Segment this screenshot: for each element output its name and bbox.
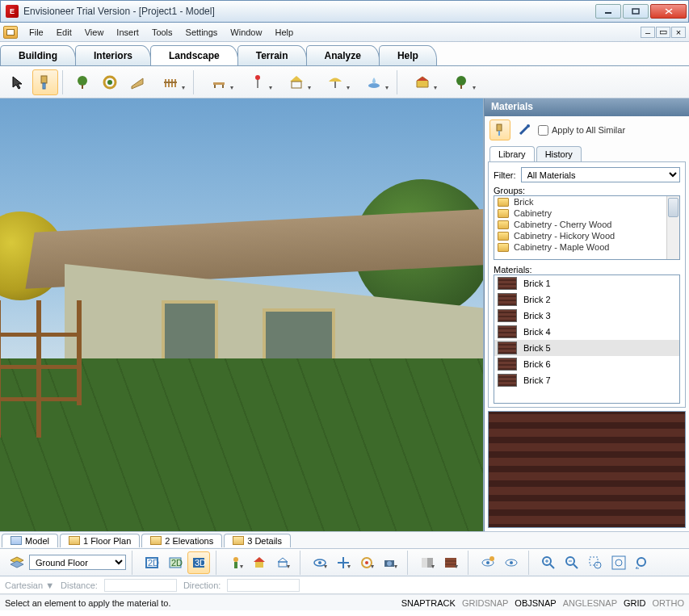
folder-icon — [498, 232, 509, 241]
window-maximize-button[interactable] — [623, 4, 649, 19]
svg-rect-23 — [292, 82, 301, 88]
umbrella-tool[interactable] — [317, 69, 354, 95]
view-3d-button[interactable]: 3D — [187, 551, 210, 574]
svg-rect-73 — [612, 556, 625, 569]
direction-field[interactable] — [227, 579, 300, 592]
status-toggle-grid[interactable]: GRID — [624, 598, 646, 608]
material-item[interactable]: Brick 3 — [494, 308, 679, 324]
status-toggle-objsnap[interactable]: OBJSNAP — [515, 598, 556, 608]
eyedropper-mode-button[interactable] — [514, 119, 535, 140]
mdi-close-button[interactable]: × — [671, 27, 686, 38]
scrollbar[interactable] — [666, 196, 679, 259]
zoom-previous-button[interactable] — [631, 551, 653, 574]
group-item[interactable]: Cabinetry — [494, 207, 679, 219]
view-2d-button[interactable]: 2D — [141, 551, 163, 574]
material-item[interactable]: Brick 5 — [494, 340, 679, 356]
material-item[interactable]: Brick 2 — [494, 291, 679, 308]
group-item[interactable]: Cabinetry - Cherry Wood — [494, 219, 679, 230]
viewport-3d[interactable] — [0, 98, 484, 531]
light-pole-tool[interactable] — [239, 69, 276, 95]
materials-tab-history[interactable]: History — [536, 146, 582, 161]
pan-button[interactable] — [332, 551, 355, 574]
view-tab-1-floor-plan[interactable]: 1 Floor Plan — [60, 534, 140, 547]
material-item[interactable]: Brick 7 — [494, 372, 679, 388]
view-tab-3-details[interactable]: 3 Details — [224, 534, 291, 547]
ribbon-tab-landscape[interactable]: Landscape — [150, 45, 238, 65]
paint-material-tool[interactable] — [32, 69, 58, 95]
material-item[interactable]: Brick 1 — [494, 275, 679, 291]
view-2d-color-button[interactable]: 2D — [164, 551, 187, 574]
distance-field[interactable] — [104, 579, 177, 592]
target-button[interactable] — [355, 551, 378, 574]
menu-edit[interactable]: Edit — [50, 25, 78, 40]
svg-point-53 — [387, 561, 392, 566]
ribbon-tab-building[interactable]: Building — [0, 45, 76, 65]
visibility-button[interactable] — [500, 551, 523, 574]
home-view-button[interactable] — [248, 551, 271, 574]
status-toggle-gridsnap[interactable]: GRIDSNAP — [462, 598, 508, 608]
menu-settings[interactable]: Settings — [179, 25, 225, 40]
elevation-view-button[interactable] — [271, 551, 294, 574]
status-toggle-ortho[interactable]: ORTHO — [652, 598, 684, 608]
menu-file[interactable]: File — [23, 25, 50, 40]
group-item[interactable]: Brick — [494, 196, 679, 207]
groups-listbox[interactable]: BrickCabinetryCabinetry - Cherry WoodCab… — [494, 195, 680, 260]
shading-button[interactable] — [416, 551, 439, 574]
materials-tab-library[interactable]: Library — [489, 146, 535, 161]
tree-library-tool[interactable] — [443, 69, 480, 95]
ribbon-tab-help[interactable]: Help — [379, 45, 437, 65]
svg-point-42 — [233, 557, 238, 562]
mdi-minimize-button[interactable]: – — [641, 27, 655, 38]
svg-rect-8 — [82, 85, 83, 89]
material-item[interactable]: Brick 6 — [494, 356, 679, 372]
zoom-out-button[interactable] — [561, 551, 583, 574]
filter-label: Filter: — [494, 170, 516, 180]
zoom-extents-button[interactable] — [607, 551, 630, 574]
menu-view[interactable]: View — [78, 25, 111, 40]
visibility-settings-button[interactable] — [477, 551, 499, 574]
ribbon-tab-interiors[interactable]: Interiors — [75, 45, 151, 65]
menu-window[interactable]: Window — [224, 25, 268, 40]
shed-tool[interactable] — [404, 69, 441, 95]
window-minimize-button[interactable] — [595, 4, 621, 19]
view-tab-2-elevations[interactable]: 2 Elevations — [141, 534, 222, 547]
fence-tool[interactable] — [152, 69, 189, 95]
apply-similar-checkbox[interactable]: Apply to All Similar — [538, 125, 625, 136]
path-tool[interactable] — [124, 69, 150, 95]
floor-select[interactable]: Ground Floor — [29, 555, 126, 570]
scrollbar[interactable] — [494, 388, 679, 404]
bench-tool[interactable] — [200, 69, 237, 95]
layers-button[interactable] — [6, 551, 28, 574]
orbit-button[interactable] — [309, 551, 331, 574]
ribbon-tab-analyze[interactable]: Analyze — [306, 45, 380, 65]
walkthrough-button[interactable] — [225, 551, 247, 574]
menu-help[interactable]: Help — [268, 25, 300, 40]
pointer-tool[interactable] — [5, 69, 31, 95]
paintbrush-mode-button[interactable] — [489, 119, 510, 140]
svg-rect-17 — [213, 82, 225, 85]
materials-listbox[interactable]: Brick 1Brick 2Brick 3Brick 4Brick 5Brick… — [494, 274, 680, 404]
mdi-restore-button[interactable]: ▭ — [656, 27, 670, 38]
window-close-button[interactable] — [650, 4, 687, 19]
status-toggle-anglesnap[interactable]: ANGLESNAP — [563, 598, 617, 608]
camera-button[interactable] — [379, 551, 401, 574]
menu-tools[interactable]: Tools — [145, 25, 179, 40]
view-tab-model[interactable]: Model — [2, 534, 58, 547]
gazebo-tool[interactable] — [278, 69, 315, 95]
zoom-window-button[interactable] — [584, 551, 607, 574]
tree-tool[interactable] — [69, 69, 95, 95]
texture-button[interactable] — [439, 551, 462, 574]
svg-rect-30 — [497, 124, 502, 131]
group-item[interactable]: Cabinetry - Maple Wood — [494, 241, 679, 253]
material-item[interactable]: Brick 4 — [494, 324, 679, 340]
group-item[interactable]: Cabinetry - Hickory Wood — [494, 230, 679, 241]
svg-point-28 — [456, 76, 466, 86]
filter-select[interactable]: All Materials — [521, 167, 681, 182]
coord-mode-dropdown[interactable]: Cartesian ▼ — [5, 580, 54, 590]
status-toggle-snaptrack[interactable]: SNAPTRACK — [401, 598, 456, 608]
fountain-tool[interactable] — [355, 69, 393, 95]
zoom-in-button[interactable] — [537, 551, 560, 574]
menu-insert[interactable]: Insert — [110, 25, 145, 40]
ribbon-tab-terrain[interactable]: Terrain — [237, 45, 307, 65]
shrub-tool[interactable] — [97, 69, 123, 95]
